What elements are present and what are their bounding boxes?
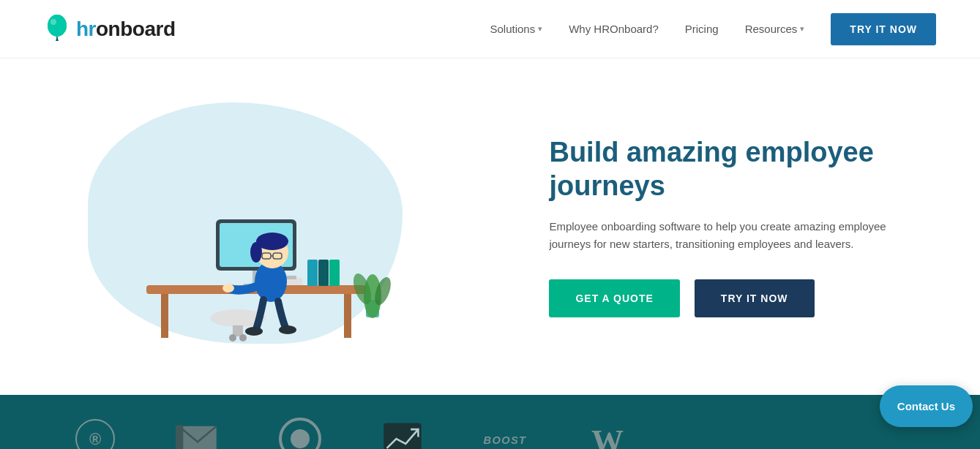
navbar: hronboard Solutions ▾ Why HROnboard? Pri… (0, 0, 980, 59)
vodafone-icon (278, 417, 322, 449)
svg-rect-37 (179, 426, 216, 449)
partner-logo-boost: BOOST (483, 417, 527, 449)
get-a-quote-button[interactable]: GET A QUOTE (549, 279, 679, 317)
logo[interactable]: hronboard (44, 13, 176, 45)
svg-point-1 (48, 15, 67, 37)
nav-item-resources[interactable]: Resources ▾ (745, 23, 805, 35)
svg-point-34 (279, 325, 296, 334)
partner-logo-registered: ® (73, 417, 117, 449)
desk-illustration (102, 124, 410, 358)
svg-rect-21 (225, 311, 250, 325)
svg-rect-11 (307, 260, 318, 286)
svg-rect-6 (344, 294, 351, 338)
svg-rect-13 (329, 260, 340, 286)
svg-point-23 (229, 334, 236, 342)
nav-item-try[interactable]: TRY IT NOW (831, 13, 936, 45)
email-icon (176, 417, 220, 449)
try-it-now-nav-button[interactable]: TRY IT NOW (831, 13, 936, 45)
nav-link-pricing[interactable]: Pricing (685, 23, 719, 35)
nav-item-why[interactable]: Why HROnboard? (569, 23, 659, 35)
partner-logo-chart (381, 417, 424, 449)
boost-icon: BOOST (483, 417, 527, 449)
svg-rect-12 (318, 260, 329, 286)
svg-point-33 (245, 327, 263, 336)
svg-rect-5 (161, 294, 168, 338)
svg-text:W: W (591, 423, 624, 449)
registered-icon: ® (73, 417, 117, 449)
hero-illustration (44, 88, 534, 366)
nav-item-pricing[interactable]: Pricing (685, 23, 719, 35)
partner-logo-w: W (586, 417, 629, 449)
partner-logos-strip: ® BOOST W (0, 395, 980, 449)
hero-section: Build amazing employee journeys Employee… (0, 59, 980, 395)
svg-point-24 (239, 334, 247, 342)
svg-point-28 (250, 242, 262, 263)
svg-text:®: ® (89, 430, 101, 448)
chevron-down-icon-resources: ▾ (800, 24, 804, 34)
try-it-now-hero-button[interactable]: TRY IT NOW (695, 279, 815, 317)
nav-item-solutions[interactable]: Solutions ▾ (490, 23, 542, 35)
nav-menu: Solutions ▾ Why HROnboard? Pricing Resou… (490, 13, 936, 45)
hero-cta-buttons: GET A QUOTE TRY IT NOW (549, 279, 936, 317)
svg-rect-38 (176, 425, 183, 449)
svg-text:BOOST: BOOST (484, 434, 527, 446)
svg-point-40 (291, 429, 310, 448)
chevron-down-icon: ▾ (538, 24, 542, 34)
nav-link-solutions[interactable]: Solutions ▾ (490, 23, 542, 35)
logo-text: hronboard (76, 18, 176, 41)
svg-point-2 (51, 19, 56, 25)
partner-logo-vodafone (278, 417, 322, 449)
svg-point-32 (222, 284, 234, 293)
partner-logo-email (176, 417, 220, 449)
nav-link-why[interactable]: Why HROnboard? (569, 23, 659, 35)
logo-balloon-icon (44, 13, 70, 45)
contact-us-button[interactable]: Contact Us (880, 385, 973, 427)
nav-link-resources[interactable]: Resources ▾ (745, 23, 805, 35)
w-icon: W (586, 417, 629, 449)
hero-title: Build amazing employee journeys (549, 136, 936, 203)
hero-description: Employee onboarding software to help you… (549, 218, 900, 253)
hero-content: Build amazing employee journeys Employee… (534, 136, 936, 317)
chart-icon (381, 417, 424, 449)
